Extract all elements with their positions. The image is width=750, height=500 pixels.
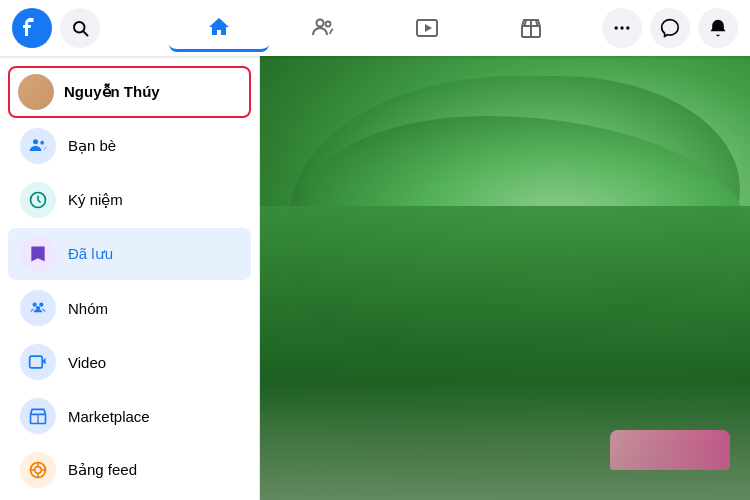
svg-point-8 xyxy=(615,26,618,29)
sidebar-groups-label: Nhóm xyxy=(68,300,108,317)
bottom-blur xyxy=(260,380,750,500)
svg-point-9 xyxy=(620,26,623,29)
sidebar-item-marketplace[interactable]: Marketplace xyxy=(8,390,251,442)
video-icon xyxy=(20,344,56,380)
sidebar-memories-label: Ký niệm xyxy=(68,191,123,209)
svg-point-10 xyxy=(626,26,629,29)
nav-marketplace-button[interactable] xyxy=(481,4,581,52)
sidebar-video-label: Video xyxy=(68,354,106,371)
sidebar-item-memories[interactable]: Ký niệm xyxy=(8,174,251,226)
clock-icon xyxy=(20,182,56,218)
svg-point-3 xyxy=(326,22,331,27)
svg-point-21 xyxy=(35,467,42,474)
search-button[interactable] xyxy=(60,8,100,48)
bookmark-icon xyxy=(20,236,56,272)
avatar xyxy=(18,74,54,110)
sidebar-item-feed[interactable]: Bảng feed xyxy=(8,444,251,496)
sidebar-item-groups[interactable]: Nhóm xyxy=(8,282,251,334)
marketplace-icon xyxy=(20,398,56,434)
nav-home-button[interactable] xyxy=(169,4,269,52)
svg-rect-17 xyxy=(30,356,43,368)
sidebar-friends-label: Bạn bè xyxy=(68,137,116,155)
svg-point-11 xyxy=(33,139,38,144)
sidebar-marketplace-label: Marketplace xyxy=(68,408,150,425)
content-image: Vương Lộc xyxy=(260,56,750,500)
feed-icon xyxy=(20,452,56,488)
nav-watch-button[interactable] xyxy=(377,4,477,52)
svg-marker-5 xyxy=(425,24,432,32)
sidebar: Nguyễn Thúy Bạn bè Ký niệm xyxy=(0,56,260,500)
svg-point-15 xyxy=(39,303,43,307)
facebook-logo[interactable] xyxy=(12,8,52,48)
sidebar-item-video[interactable]: Video xyxy=(8,336,251,388)
topbar-center-nav xyxy=(169,4,581,52)
topbar xyxy=(0,0,750,56)
svg-point-12 xyxy=(40,141,44,145)
topbar-right xyxy=(602,8,738,48)
notifications-button[interactable] xyxy=(698,8,738,48)
content-area: Vương Lộc xyxy=(260,56,750,500)
menu-button[interactable] xyxy=(602,8,642,48)
sidebar-item-friends[interactable]: Bạn bè xyxy=(8,120,251,172)
main-layout: Nguyễn Thúy Bạn bè Ký niệm xyxy=(0,0,750,500)
sidebar-user-profile[interactable]: Nguyễn Thúy xyxy=(8,66,251,118)
svg-point-14 xyxy=(33,303,37,307)
groups-icon xyxy=(20,290,56,326)
user-name: Nguyễn Thúy xyxy=(64,83,160,101)
topbar-left xyxy=(12,8,100,48)
friends-icon xyxy=(20,128,56,164)
sidebar-saved-label: Đã lưu xyxy=(68,245,113,263)
sidebar-feed-label: Bảng feed xyxy=(68,461,137,479)
sidebar-item-saved[interactable]: Đã lưu xyxy=(8,228,251,280)
svg-point-2 xyxy=(317,20,324,27)
messenger-button[interactable] xyxy=(650,8,690,48)
svg-line-1 xyxy=(83,31,87,35)
nav-friends-button[interactable] xyxy=(273,4,373,52)
